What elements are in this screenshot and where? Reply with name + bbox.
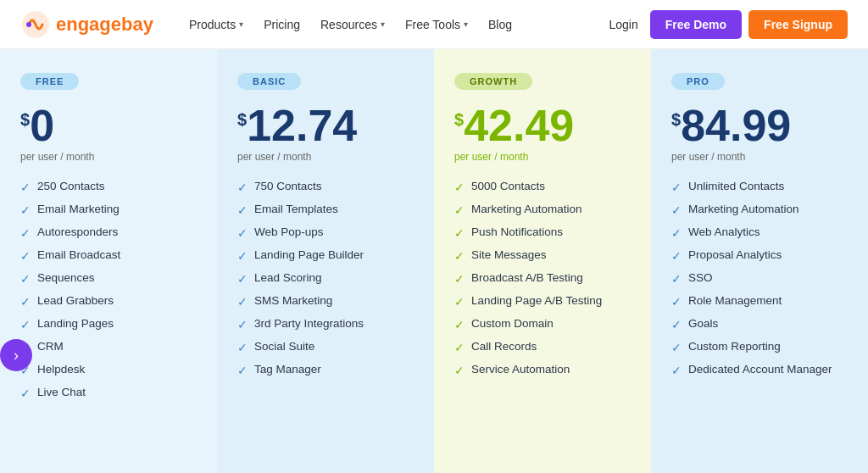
checkmark-icon: ✓ [237, 364, 248, 377]
checkmark-icon: ✓ [454, 249, 465, 263]
feature-item: ✓250 Contacts [20, 180, 197, 194]
checkmark-icon: ✓ [20, 181, 31, 194]
nav-blog[interactable]: Blog [480, 13, 520, 36]
feature-label: Live Chat [37, 386, 86, 398]
checkmark-icon: ✓ [671, 295, 682, 309]
plan-badge-pro: PRO [671, 73, 725, 90]
nav-products[interactable]: Products ▾ [181, 13, 252, 36]
checkmark-icon: ✓ [454, 364, 465, 377]
plan-price-free: $0 [20, 103, 197, 147]
checkmark-icon: ✓ [671, 181, 682, 194]
checkmark-icon: ✓ [237, 249, 248, 263]
feature-item: ✓Site Messages [454, 248, 631, 263]
feature-label: Dedicated Account Manager [688, 363, 832, 376]
price-period-free: per user / month [20, 151, 197, 163]
price-amount-pro: 84.99 [681, 103, 791, 147]
checkmark-icon: ✓ [20, 318, 31, 331]
feature-item: ✓Email Templates [237, 203, 414, 217]
feature-label: Marketing Automation [471, 203, 582, 215]
price-dollar-growth: $ [454, 110, 464, 130]
feature-item: ✓5000 Contacts [454, 180, 631, 194]
nav-resources[interactable]: Resources ▾ [312, 13, 393, 36]
feature-item: ✓Sequences [20, 271, 197, 286]
price-dollar-basic: $ [237, 110, 247, 130]
feature-label: Tag Manager [254, 363, 321, 376]
feature-item: ✓Push Notifications [454, 225, 631, 240]
checkmark-icon: ✓ [671, 203, 682, 217]
features-list-free: ✓250 Contacts✓Email Marketing✓Autorespon… [20, 180, 197, 400]
plan-badge-free: FREE [20, 73, 79, 90]
checkmark-icon: ✓ [454, 272, 465, 286]
feature-item: ✓Web Analytics [671, 225, 848, 240]
logo[interactable]: engagebay [20, 9, 153, 40]
products-chevron-icon: ▾ [239, 19, 243, 29]
nav-free-tools[interactable]: Free Tools ▾ [397, 13, 476, 36]
feature-label: Lead Grabbers [37, 294, 114, 307]
checkmark-icon: ✓ [20, 249, 31, 263]
login-link[interactable]: Login [597, 13, 649, 36]
feature-label: Landing Pages [37, 317, 114, 330]
plan-price-pro: $84.99 [671, 103, 848, 147]
feature-label: Goals [688, 317, 718, 330]
feature-item: ✓Unlimited Contacts [671, 180, 848, 194]
plan-badge-basic: BASIC [237, 73, 301, 90]
feature-item: ✓3rd Party Integrations [237, 317, 414, 331]
free-signup-button[interactable]: Free Signup [748, 10, 848, 39]
feature-label: Call Records [471, 340, 537, 353]
feature-label: Custom Domain [471, 317, 554, 330]
feature-label: 750 Contacts [254, 180, 322, 192]
pricing-section: FREE$0per user / month✓250 Contacts✓Emai… [0, 49, 868, 473]
feature-label: Web Analytics [688, 225, 760, 238]
checkmark-icon: ✓ [20, 295, 31, 309]
feature-label: 5000 Contacts [471, 180, 545, 192]
feature-label: Web Pop-ups [254, 225, 324, 238]
feature-item: ✓Email Marketing [20, 203, 197, 217]
feature-label: Unlimited Contacts [688, 180, 784, 192]
checkmark-icon: ✓ [671, 318, 682, 331]
checkmark-icon: ✓ [671, 226, 682, 240]
scroll-hint-button[interactable]: › [0, 339, 32, 371]
feature-item: ✓Goals [671, 317, 848, 331]
plan-badge-growth: GROWTH [454, 73, 532, 90]
checkmark-icon: ✓ [237, 318, 248, 331]
feature-item: ✓Web Pop-ups [237, 225, 414, 240]
feature-label: CRM [37, 340, 64, 353]
feature-item: ✓Broadcast A/B Testing [454, 271, 631, 286]
feature-item: ✓Live Chat [20, 386, 197, 400]
price-amount-basic: 12.74 [247, 103, 357, 147]
price-amount-growth: 42.49 [464, 103, 574, 147]
free-demo-button[interactable]: Free Demo [650, 10, 742, 39]
feature-item: ✓Role Management [671, 294, 848, 309]
feature-item: ✓750 Contacts [237, 180, 414, 194]
feature-label: Social Suite [254, 340, 314, 353]
feature-label: Landing Page A/B Testing [471, 294, 602, 307]
nav-pricing[interactable]: Pricing [255, 13, 309, 36]
checkmark-icon: ✓ [20, 272, 31, 286]
feature-label: Custom Reporting [688, 340, 781, 353]
price-period-basic: per user / month [237, 151, 414, 163]
feature-label: Sequences [37, 271, 95, 284]
feature-item: ✓Call Records [454, 340, 631, 354]
feature-label: Site Messages [471, 248, 547, 261]
feature-item: ✓Helpdesk [20, 363, 197, 377]
feature-item: ✓CRM [20, 340, 197, 354]
price-period-growth: per user / month [454, 151, 631, 163]
feature-label: Email Broadcast [37, 248, 120, 261]
feature-label: 250 Contacts [37, 180, 105, 192]
feature-item: ✓Landing Page Builder [237, 248, 414, 263]
feature-label: Email Marketing [37, 203, 120, 215]
feature-label: Role Management [688, 294, 782, 307]
freetools-chevron-icon: ▾ [464, 19, 468, 29]
feature-item: ✓Email Broadcast [20, 248, 197, 263]
plan-card-free: FREE$0per user / month✓250 Contacts✓Emai… [0, 49, 217, 473]
feature-item: ✓Landing Page A/B Testing [454, 294, 631, 309]
feature-label: SMS Marketing [254, 294, 332, 307]
feature-label: Broadcast A/B Testing [471, 271, 583, 284]
feature-label: Marketing Automation [688, 203, 799, 215]
features-list-basic: ✓750 Contacts✓Email Templates✓Web Pop-up… [237, 180, 414, 377]
feature-item: ✓Social Suite [237, 340, 414, 354]
features-list-growth: ✓5000 Contacts✓Marketing Automation✓Push… [454, 180, 631, 377]
feature-label: Proposal Analytics [688, 248, 782, 261]
checkmark-icon: ✓ [454, 181, 465, 194]
plan-price-basic: $12.74 [237, 103, 414, 147]
